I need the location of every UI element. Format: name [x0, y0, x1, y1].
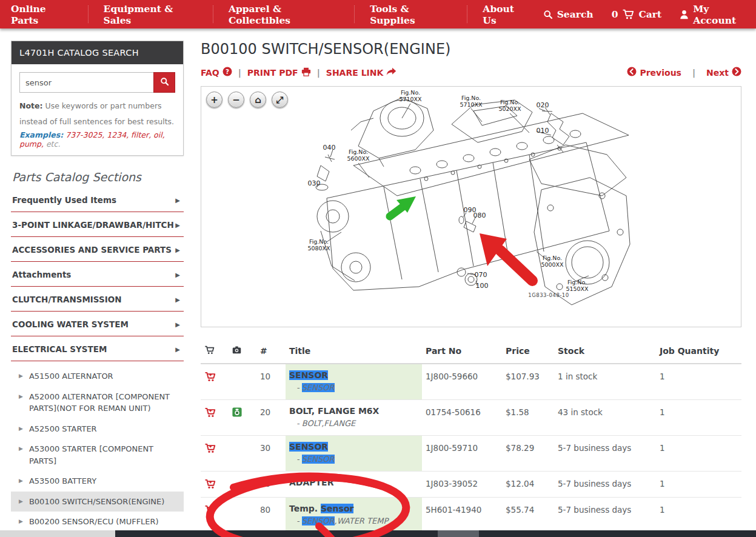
row-price: $78.29: [502, 436, 554, 472]
sidebar-section-label: ELECTRICAL SYSTEM: [12, 344, 107, 354]
header-ref: #: [256, 341, 286, 364]
figure-number-label: Fig.No.5080XX: [307, 238, 330, 252]
row-title[interactable]: SENSOR - SENSOR: [286, 436, 422, 472]
add-to-cart-button[interactable]: [204, 479, 216, 491]
catalog-search-title: L4701H CATALOG SEARCH: [12, 41, 183, 64]
add-to-cart-button[interactable]: [204, 407, 216, 419]
nav-item[interactable]: About Us: [467, 5, 543, 22]
part-photo-icon[interactable]: [232, 407, 242, 419]
faq-link-label: FAQ: [201, 68, 219, 78]
faq-link[interactable]: FAQ ?: [201, 67, 232, 78]
figure-number-label: Fig.No.5150XX: [566, 279, 589, 292]
row-part-no: 5H601-41940: [422, 498, 502, 533]
sidebar-section[interactable]: COOLING WATER SYSTEM ▶: [11, 312, 184, 336]
sidebar-subsection[interactable]: ▶ A52000 ALTERNATOR [COMPONENT PARTS](NO…: [11, 387, 184, 419]
part-ref-label: 010: [537, 127, 549, 135]
chevron-right-icon: ▶: [175, 197, 180, 204]
table-row: 30 SENSOR - SENSOR 1J800-59710 $78.29 5-…: [201, 436, 741, 472]
sidebar-section-label: Frequently Used Items: [12, 195, 116, 205]
row-price: $1.58: [502, 400, 554, 436]
nav-cart[interactable]: 0 Cart: [612, 8, 662, 20]
row-part-no: 1J800-59660: [422, 364, 502, 400]
nav-item[interactable]: Apparel & Collectibles: [213, 5, 354, 22]
main-content: B00100 SWITCH/SENSOR(ENGINE) FAQ ? | PRI…: [201, 41, 741, 537]
add-to-cart-button[interactable]: [204, 443, 216, 455]
nav-search[interactable]: Search: [543, 8, 594, 20]
previous-link[interactable]: Previous: [627, 67, 681, 78]
row-price: $55.74: [502, 498, 554, 533]
page-title: B00100 SWITCH/SENSOR(ENGINE): [201, 41, 741, 58]
triangle-bullet-icon: ▶: [19, 423, 23, 435]
print-pdf-link[interactable]: PRINT PDF: [247, 67, 311, 78]
figure-number-label: Fig.No.5020XX: [498, 99, 521, 112]
row-ref: 10: [256, 364, 286, 400]
nav-item[interactable]: Online Parts: [11, 5, 88, 22]
cart-icon: [622, 9, 634, 19]
parts-diagram: +−⌂⤢: [201, 86, 741, 327]
row-ref: 80: [256, 498, 286, 533]
search-icon: [160, 77, 169, 88]
sidebar-subsection[interactable]: ▶ A52500 STARTER: [11, 419, 184, 439]
diagram-fullscreen-button[interactable]: ⤢: [272, 92, 288, 108]
sidebar-section[interactable]: CLUTCH/TRANSMISSION ▶: [11, 287, 184, 312]
part-ref-label: 100: [476, 282, 489, 290]
row-stock: 5-7 business days: [554, 436, 656, 472]
row-part-no: 1J803-39052: [422, 472, 502, 498]
sidebar-section[interactable]: 3-POINT LINKAGE/DRAWBAR/HITCH ▶: [11, 212, 184, 237]
action-links-row: FAQ ? | PRINT PDF | SHARE LINK: [201, 67, 741, 78]
subsections-list: ▶ A51500 ALTERNATOR ▶ A52000 ALTERNATOR …: [11, 361, 184, 537]
sidebar-subsection[interactable]: ▶ A53000 STARTER [COMPONENT PARTS]: [11, 439, 184, 471]
nav-item[interactable]: Equipment & Sales: [88, 5, 213, 22]
add-to-cart-button[interactable]: [204, 372, 216, 384]
diagram-home-button[interactable]: ⌂: [250, 92, 266, 108]
sidebar-subsection[interactable]: ▶ A51500 ALTERNATOR: [11, 366, 184, 387]
sidebar: L4701H CATALOG SEARCH Note: Use keywords…: [11, 41, 184, 537]
parts-table: # Title Part No Price Stock Job Quantity…: [201, 341, 741, 533]
row-job-quantity: 1: [656, 364, 741, 400]
previous-label: Previous: [640, 68, 681, 78]
green-arrow-annotation: [390, 196, 416, 216]
sidebar-section-label: ACCESSORIES AND SERVICE PARTS: [12, 245, 172, 255]
chevron-right-icon: ▶: [175, 247, 180, 253]
sidebar-subsection[interactable]: ▶ B00200 SENSOR/ECU (MUFFLER): [11, 512, 184, 532]
diagram-zoom-out-button[interactable]: −: [228, 92, 244, 108]
add-to-cart-button[interactable]: [204, 505, 216, 517]
search-note-text: Use keywords or part numbers instead of …: [19, 101, 174, 126]
page-layout: L4701H CATALOG SEARCH Note: Use keywords…: [0, 28, 756, 537]
chevron-right-icon: ▶: [175, 321, 180, 328]
part-ref-label: 080: [473, 212, 486, 219]
share-icon: [386, 67, 396, 78]
row-job-quantity: 1: [656, 472, 741, 498]
cart-count: 0: [612, 8, 618, 20]
triangle-bullet-icon: ▶: [19, 516, 23, 528]
sidebar-section[interactable]: Attachments ▶: [11, 262, 184, 287]
nav-account[interactable]: My Account: [680, 3, 745, 26]
nav-account-label: My Account: [693, 3, 745, 26]
diagram-zoom-in-button[interactable]: +: [206, 92, 222, 108]
figure-number-label: Fig.No.5000XX: [541, 255, 564, 268]
sections-heading: Parts Catalog Sections: [12, 170, 184, 184]
table-row: 70 ADAPTER 1J803-39052 $12.04 5-7 busine…: [201, 472, 741, 498]
row-title[interactable]: BOLT, FLANGE M6X - BOLT,FLANGE: [286, 400, 422, 436]
sidebar-section[interactable]: ACCESSORIES AND SERVICE PARTS ▶: [11, 237, 184, 262]
share-link[interactable]: SHARE LINK: [326, 67, 397, 78]
row-title[interactable]: ADAPTER: [286, 472, 422, 498]
footer-bar: [0, 530, 756, 537]
header-job-quantity: Job Quantity: [656, 341, 741, 364]
sidebar-subsection[interactable]: ▶ A53500 BATTERY: [11, 471, 184, 492]
pager: Previous | Next: [627, 67, 741, 78]
header-part-no: Part No: [422, 341, 502, 364]
row-title[interactable]: SENSOR - SENSOR: [286, 364, 422, 400]
catalog-search-button[interactable]: [153, 72, 175, 93]
row-job-quantity: 1: [656, 400, 741, 436]
sidebar-section[interactable]: ELECTRICAL SYSTEM ▶: [11, 336, 184, 361]
sidebar-subsection[interactable]: ▶ B00100 SWITCH/SENSOR(ENGINE): [11, 492, 184, 512]
diagram-zoom-controls: +−⌂⤢: [206, 92, 288, 108]
sidebar-section[interactable]: Frequently Used Items ▶: [11, 187, 184, 212]
cart-column-icon: [204, 347, 215, 356]
row-title[interactable]: Temp. Sensor - SENSOR,WATER TEMP: [286, 498, 422, 533]
nav-item[interactable]: Tools & Supplies: [354, 5, 467, 22]
next-link[interactable]: Next: [706, 67, 741, 78]
catalog-search-input[interactable]: [19, 72, 153, 93]
user-icon: [680, 10, 689, 19]
